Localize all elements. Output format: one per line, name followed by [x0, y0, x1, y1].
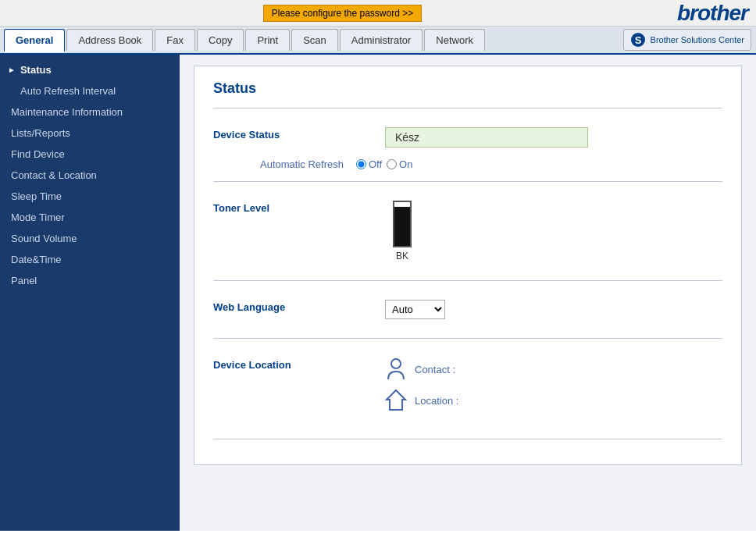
tab-print[interactable]: Print [245, 29, 290, 51]
tab-bar: General Address Book Fax Copy Print Scan… [0, 27, 756, 55]
tab-general[interactable]: General [4, 29, 65, 52]
device-status-content: Kész [385, 127, 722, 148]
web-language-label: Web Language [213, 300, 385, 313]
svg-text:S: S [634, 34, 641, 46]
contact-row: Contact : [385, 357, 722, 381]
brand-logo: brother [677, 1, 748, 26]
sidebar-item-panel[interactable]: Panel [0, 270, 180, 291]
web-language-row: Web Language Auto English French German … [213, 292, 722, 327]
device-location-content: Contact : Location : [385, 357, 722, 420]
person-icon [385, 357, 407, 381]
house-icon [385, 389, 407, 412]
toner-bk-label: BK [396, 251, 408, 261]
radio-off-input[interactable] [356, 159, 366, 169]
tab-copy[interactable]: Copy [197, 29, 244, 51]
auto-refresh-label: Automatic Refresh [260, 158, 344, 170]
svg-point-2 [391, 359, 401, 368]
solutions-center-button[interactable]: S Brother Solutions Center [623, 29, 751, 51]
device-location-row: Device Location Contact : [213, 350, 722, 428]
radio-on-text: On [399, 158, 412, 170]
tab-address-book[interactable]: Address Book [66, 29, 153, 51]
toner-level-content: BK [385, 201, 722, 261]
device-status-row: Device Status Kész [213, 119, 722, 155]
device-status-value: Kész [385, 127, 588, 148]
tab-administrator[interactable]: Administrator [340, 29, 423, 51]
divider-weblang [213, 280, 722, 281]
radio-off-label[interactable]: Off [356, 158, 382, 170]
web-language-content: Auto English French German Spanish [385, 300, 722, 319]
main-layout: ► Status Auto Refresh Interval Maintenan… [0, 55, 756, 531]
sidebar-item-date-time[interactable]: Date&Time [0, 249, 180, 270]
password-notice-button[interactable]: Please configure the password >> [263, 5, 422, 22]
divider-location [213, 338, 722, 339]
solutions-label: Brother Solutions Center [651, 35, 744, 44]
sidebar-item-maintenance[interactable]: Maintenance Information [0, 101, 180, 123]
sidebar-item-sleep-time[interactable]: Sleep Time [0, 186, 180, 207]
radio-on-input[interactable] [387, 159, 397, 169]
toner-bk-bar-outer [393, 201, 412, 247]
status-panel: Status Device Status Kész Automatic Refr… [194, 66, 742, 465]
location-row: Location : [385, 389, 722, 412]
location-label: Location : [415, 395, 458, 407]
contact-label: Contact : [415, 364, 455, 375]
sidebar-status-header[interactable]: ► Status [0, 59, 180, 80]
sidebar-item-lists-reports[interactable]: Lists/Reports [0, 123, 180, 144]
tab-network[interactable]: Network [424, 29, 485, 51]
toner-bk-bar-inner [394, 207, 410, 246]
toner-bk-container: BK [385, 201, 419, 261]
tab-fax[interactable]: Fax [155, 29, 195, 51]
radio-off-text: Off [369, 158, 382, 170]
svg-marker-3 [387, 390, 405, 410]
brand-name: brother [677, 1, 748, 26]
auto-refresh-row: Automatic Refresh Off On [213, 155, 722, 170]
content-area: Status Device Status Kész Automatic Refr… [180, 55, 756, 531]
tab-scan[interactable]: Scan [291, 29, 338, 51]
toner-level-label: Toner Level [213, 201, 385, 214]
toner-level-row: Toner Level BK [213, 193, 722, 269]
sidebar-arrow-icon: ► [8, 66, 16, 74]
device-location-label: Device Location [213, 357, 385, 371]
sidebar: ► Status Auto Refresh Interval Maintenan… [0, 55, 180, 531]
sidebar-header-label: Status [20, 64, 52, 76]
divider-bottom [213, 439, 722, 439]
device-status-label: Device Status [213, 127, 385, 140]
divider-toner [213, 181, 722, 182]
sidebar-item-contact-location[interactable]: Contact & Location [0, 165, 180, 186]
radio-on-label[interactable]: On [387, 158, 412, 170]
top-bar: Please configure the password >> brother [0, 0, 756, 27]
sidebar-item-find-device[interactable]: Find Device [0, 144, 180, 165]
status-title: Status [213, 80, 722, 97]
sidebar-item-sound-volume[interactable]: Sound Volume [0, 228, 180, 249]
divider-top [213, 108, 722, 108]
sidebar-item-auto-refresh[interactable]: Auto Refresh Interval [0, 80, 180, 101]
sidebar-item-mode-timer[interactable]: Mode Timer [0, 207, 180, 228]
web-language-select[interactable]: Auto English French German Spanish [385, 300, 445, 319]
brother-s-icon: S [630, 32, 646, 48]
